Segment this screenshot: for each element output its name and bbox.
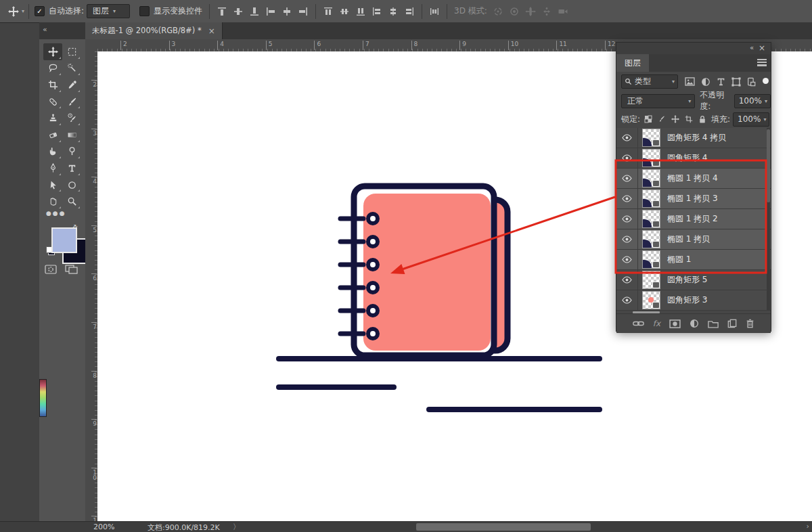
type-filter-icon[interactable] bbox=[717, 77, 725, 86]
zoom-tool[interactable] bbox=[62, 193, 81, 210]
collapsed-gradient-panel-strip[interactable] bbox=[39, 379, 47, 417]
layers-tab[interactable]: 图层 bbox=[616, 54, 649, 72]
visibility-toggle[interactable] bbox=[616, 229, 638, 249]
brush-tool[interactable] bbox=[62, 93, 81, 110]
history-brush-tool[interactable] bbox=[62, 110, 81, 127]
type-tool[interactable] bbox=[62, 160, 81, 177]
align-right-icon[interactable] bbox=[295, 3, 311, 20]
visibility-toggle[interactable] bbox=[616, 290, 638, 310]
screen-mode-icon[interactable] bbox=[65, 264, 78, 275]
new-layer-icon[interactable] bbox=[727, 319, 737, 328]
layer-list-scrollbar[interactable] bbox=[767, 128, 770, 311]
layer-row[interactable]: 圆角矩形 4 拷贝 bbox=[616, 128, 771, 148]
layer-thumbnail[interactable] bbox=[642, 129, 660, 147]
visibility-toggle[interactable] bbox=[616, 169, 638, 188]
horizontal-scrollbar-thumb[interactable] bbox=[416, 523, 591, 531]
distribute-left-icon[interactable] bbox=[369, 3, 385, 20]
tool-preset-arrow-icon[interactable]: ▾ bbox=[22, 8, 24, 14]
filter-on-toggle[interactable] bbox=[763, 78, 769, 84]
distribute-spacing-icon[interactable] bbox=[426, 3, 443, 20]
filter-type-dropdown[interactable]: 类型 ▾ bbox=[621, 74, 678, 89]
distribute-bottom-icon[interactable] bbox=[353, 3, 369, 20]
eraser-tool[interactable] bbox=[43, 127, 62, 143]
ruler-origin-corner[interactable] bbox=[85, 39, 98, 52]
layer-row[interactable]: 圆角矩形 5 bbox=[616, 270, 771, 290]
corner-chevron-icon[interactable]: › bbox=[807, 522, 809, 531]
visibility-toggle[interactable] bbox=[616, 270, 638, 290]
distribute-right-icon[interactable] bbox=[401, 3, 418, 20]
move-tool[interactable] bbox=[43, 43, 62, 60]
path-select-tool[interactable] bbox=[43, 177, 62, 194]
align-center-icon[interactable] bbox=[279, 3, 295, 20]
healing-tool[interactable] bbox=[43, 93, 62, 110]
layer-thumbnail[interactable] bbox=[642, 169, 660, 187]
ruler-left[interactable]: 234567891011 bbox=[85, 51, 98, 521]
blend-mode-dropdown[interactable]: 正常 ▾ bbox=[621, 94, 695, 108]
layer-thumbnail[interactable] bbox=[642, 190, 660, 208]
fill-value-dropdown[interactable]: 100% ▾ bbox=[733, 112, 769, 127]
show-transform-checkbox[interactable] bbox=[139, 6, 150, 16]
delete-layer-icon[interactable] bbox=[746, 319, 754, 328]
adjustment-filter-icon[interactable] bbox=[701, 77, 710, 87]
new-group-icon[interactable] bbox=[708, 319, 719, 328]
auto-select-checkbox[interactable]: ✓ bbox=[35, 6, 45, 16]
visibility-toggle[interactable] bbox=[616, 128, 638, 148]
layer-thumbnail[interactable] bbox=[642, 210, 660, 228]
align-top-icon[interactable] bbox=[214, 3, 230, 20]
quick-mask-icon[interactable] bbox=[45, 264, 57, 275]
layer-thumbnail[interactable] bbox=[642, 250, 660, 269]
visibility-toggle[interactable] bbox=[616, 148, 638, 168]
crop-tool[interactable] bbox=[43, 76, 62, 93]
panel-collapse-chevrons[interactable]: « bbox=[750, 44, 753, 51]
tab-close-icon[interactable]: × bbox=[208, 26, 215, 36]
distribute-center-icon[interactable] bbox=[385, 3, 401, 20]
lock-transparency-icon[interactable] bbox=[644, 115, 652, 123]
visibility-toggle[interactable] bbox=[616, 250, 638, 269]
lock-all-icon[interactable] bbox=[698, 115, 706, 124]
distribute-top-icon[interactable] bbox=[320, 3, 336, 20]
layer-thumbnail[interactable] bbox=[642, 149, 660, 167]
layer-thumbnail[interactable] bbox=[642, 230, 660, 248]
link-layers-icon[interactable] bbox=[633, 319, 644, 328]
layer-row[interactable]: 圆角矩形 4 bbox=[616, 148, 771, 169]
panel-menu-icon[interactable] bbox=[757, 59, 767, 66]
distribute-middle-icon[interactable] bbox=[336, 3, 353, 20]
layer-thumbnail[interactable] bbox=[642, 271, 660, 289]
layer-row[interactable]: 椭圆 1 拷贝 bbox=[616, 229, 771, 250]
tools-collapse-chevrons[interactable]: « bbox=[43, 25, 47, 34]
lock-position-icon[interactable] bbox=[671, 115, 679, 123]
layer-row[interactable]: 圆角矩形 3 bbox=[616, 290, 771, 311]
gradient-tool[interactable] bbox=[62, 127, 81, 143]
align-bottom-icon[interactable] bbox=[246, 3, 263, 20]
lock-artboard-icon[interactable] bbox=[685, 115, 693, 123]
layer-row[interactable]: 椭圆 1 拷贝 4 bbox=[616, 169, 771, 189]
dodge-tool[interactable] bbox=[62, 143, 81, 160]
shape-filter-icon[interactable] bbox=[731, 77, 741, 87]
layer-row[interactable]: 椭圆 1 bbox=[616, 250, 771, 270]
document-tab[interactable]: 未标题-1 @ 200%(RGB/8#) * × bbox=[85, 22, 223, 39]
eyedropper-tool[interactable] bbox=[62, 76, 81, 93]
layer-style-fx-icon[interactable]: fx bbox=[653, 319, 660, 328]
marquee-tool[interactable] bbox=[62, 43, 81, 60]
panel-close-icon[interactable]: × bbox=[759, 43, 765, 53]
pixel-filter-icon[interactable] bbox=[685, 77, 695, 86]
edit-toolbar-ellipsis-icon[interactable]: ●●● bbox=[46, 210, 66, 217]
layer-thumbnail[interactable] bbox=[642, 291, 660, 309]
zoom-level-field[interactable]: 200% bbox=[93, 523, 114, 531]
smart-object-filter-icon[interactable] bbox=[747, 77, 756, 87]
lasso-tool[interactable] bbox=[43, 60, 62, 77]
layer-row[interactable]: 椭圆 1 拷贝 3 bbox=[616, 189, 771, 209]
clone-stamp-tool[interactable] bbox=[43, 110, 62, 127]
align-middle-icon[interactable] bbox=[230, 3, 246, 20]
foreground-color-swatch[interactable] bbox=[51, 227, 77, 253]
hand-tool[interactable] bbox=[43, 193, 62, 210]
ellipse-tool[interactable] bbox=[62, 177, 81, 194]
visibility-toggle[interactable] bbox=[616, 209, 638, 229]
new-adjustment-icon[interactable] bbox=[690, 319, 699, 328]
magic-wand-tool[interactable] bbox=[62, 60, 81, 77]
status-flyout-chevron[interactable]: 〉 bbox=[233, 522, 240, 532]
lock-pixels-icon[interactable] bbox=[658, 115, 666, 123]
visibility-toggle[interactable] bbox=[616, 189, 638, 208]
smudge-tool[interactable] bbox=[43, 143, 62, 160]
layer-row[interactable]: 椭圆 1 拷贝 2 bbox=[616, 209, 771, 229]
